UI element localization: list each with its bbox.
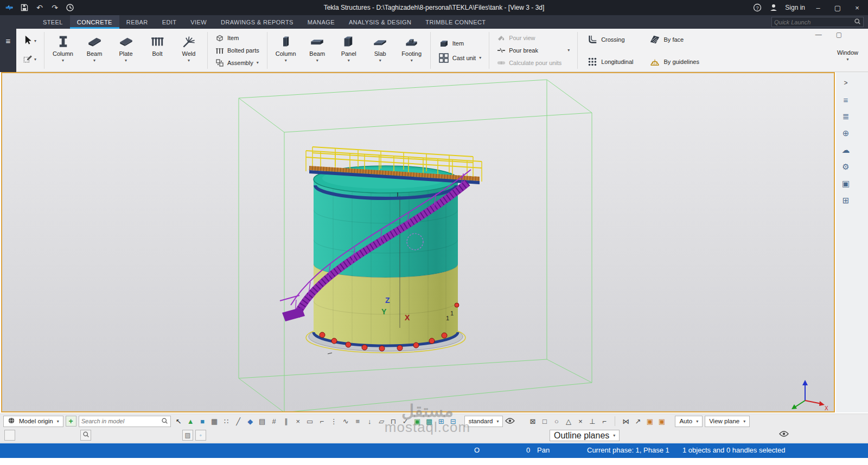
tab-manage[interactable]: MANAGE: [301, 15, 342, 29]
concrete-column-button[interactable]: Column ▾: [270, 29, 302, 72]
zoom-search-button[interactable]: [80, 430, 91, 441]
tab-analysis-design[interactable]: ANALYSIS & DESIGN: [342, 15, 418, 29]
snap-to-intersections-icon[interactable]: ×: [575, 416, 586, 427]
select-planes-icon[interactable]: ▱: [376, 416, 387, 427]
concrete-slab-button[interactable]: Slab ▾: [365, 29, 396, 72]
window-menu-button[interactable]: Window ▾: [837, 49, 858, 62]
select-pour-objects-icon[interactable]: ⊞: [436, 416, 447, 427]
snap-to-extensions-icon[interactable]: ⌐: [598, 416, 610, 427]
sign-in-link[interactable]: Sign in: [785, 4, 805, 11]
undo-icon[interactable]: ↶: [35, 3, 44, 12]
sketch-tool-button[interactable]: ▾: [22, 53, 36, 66]
minimize-button[interactable]: –: [812, 4, 825, 12]
tab-trimble-connect[interactable]: TRIMBLE CONNECT: [418, 15, 493, 29]
steel-column-button[interactable]: Column ▾: [47, 29, 79, 72]
select-welds-icon[interactable]: ∿: [340, 416, 352, 427]
learning-pane-icon[interactable]: ≣: [840, 111, 851, 122]
select-bolts-icon[interactable]: ⋮: [328, 416, 340, 427]
select-parts-toggle-icon[interactable]: ▲: [185, 416, 196, 427]
snap-to-midpoints-icon[interactable]: △: [563, 416, 574, 427]
steel-bolt-button[interactable]: Bolt: [142, 29, 173, 72]
properties-pane-icon[interactable]: ≡: [840, 94, 851, 105]
cast-unit-button[interactable]: Cast unit ▾: [438, 53, 481, 63]
model-search-input[interactable]: [81, 418, 161, 424]
select-loads-icon[interactable]: ↓: [364, 416, 375, 427]
tab-concrete[interactable]: CONCRETE: [70, 15, 119, 29]
rebar-by-face-button[interactable]: By face: [649, 29, 699, 50]
select-points-icon[interactable]: ∷: [221, 416, 232, 427]
select-objects-in-assemblies-icon[interactable]: ▩: [424, 416, 435, 427]
concrete-footing-button[interactable]: Footing ▾: [396, 29, 427, 72]
origin-selector[interactable]: Model origin ▾: [3, 416, 63, 427]
add-point-button[interactable]: +: [66, 416, 76, 427]
select-reinforcing-bars-icon[interactable]: ≡: [352, 416, 363, 427]
steel-weld-button[interactable]: Weld ▾: [173, 29, 205, 72]
visibility-eye-icon-2[interactable]: [779, 430, 789, 440]
snap-profile-selector[interactable]: standard ▾: [464, 416, 503, 427]
item-button[interactable]: Item: [215, 34, 259, 42]
tab-view[interactable]: VIEW: [183, 15, 214, 29]
mini-view-button[interactable]: [4, 430, 15, 441]
select-grids-icon[interactable]: #: [269, 416, 280, 427]
redo-icon[interactable]: ↷: [50, 3, 60, 12]
outline-planes-selector[interactable]: Outline planes ▾: [550, 430, 620, 441]
auto-selector[interactable]: Auto ▾: [675, 416, 703, 427]
rebar-by-guidelines-button[interactable]: By guidelines: [649, 51, 699, 72]
bolted-parts-button[interactable]: Bolted parts: [215, 46, 259, 55]
component-catalog-pane-icon[interactable]: ▣: [840, 178, 851, 189]
applications-pane-icon[interactable]: ⊞: [840, 195, 851, 206]
help-icon[interactable]: ?: [752, 3, 762, 12]
tab-edit[interactable]: EDIT: [155, 15, 184, 29]
snap-to-perpendicular-icon[interactable]: ⊥: [586, 416, 598, 427]
ribbon-minimize-icon[interactable]: —: [815, 31, 822, 38]
snap-to-reference-points-icon[interactable]: ⊠: [527, 416, 538, 427]
select-views-icon[interactable]: ▭: [304, 416, 316, 427]
history-icon[interactable]: [65, 3, 75, 12]
settings-pane-icon[interactable]: ⚙: [840, 162, 851, 172]
model-viewport[interactable]: Z Y X 1 1 X: [1, 72, 835, 412]
steel-beam-button[interactable]: Beam ▾: [79, 29, 110, 72]
view-plane-selector[interactable]: View plane ▾: [705, 416, 750, 427]
visibility-eye-icon[interactable]: [505, 417, 515, 425]
tab-rebar[interactable]: REBAR: [119, 15, 155, 29]
snap-priority-icon[interactable]: ⋈: [620, 416, 631, 427]
close-button[interactable]: ×: [851, 4, 864, 12]
select-grid-lines-icon[interactable]: ∥: [280, 416, 292, 427]
select-similar-objects-icon[interactable]: ✓: [400, 416, 411, 427]
select-cuts-icon[interactable]: ×: [292, 416, 304, 427]
hatch-toggle-button[interactable]: ▨: [182, 430, 193, 441]
rebar-longitudinal-button[interactable]: Longitudinal: [587, 51, 633, 72]
tekla-online-pane-icon[interactable]: ⊕: [840, 128, 851, 139]
file-menu-button[interactable]: ≡: [0, 29, 16, 72]
select-surfaces-icon[interactable]: ▤: [257, 416, 268, 427]
pour-view-button[interactable]: Pour view: [497, 34, 570, 42]
select-auxiliary-objects-icon[interactable]: ⊓: [388, 416, 399, 427]
maximize-button[interactable]: ▢: [831, 4, 844, 12]
select-pour-breaks-icon[interactable]: ⊟: [448, 416, 459, 427]
select-lines-icon[interactable]: ╱: [233, 416, 244, 427]
snap-direction-icon[interactable]: ↗: [632, 416, 643, 427]
calculate-pour-units-button[interactable]: Calculate pour units: [497, 59, 570, 67]
concrete-beam-button[interactable]: Beam ▾: [302, 29, 333, 72]
expand-side-pane-icon[interactable]: >: [840, 78, 851, 88]
ribbon-restore-icon[interactable]: ▢: [836, 31, 842, 38]
save-icon[interactable]: [20, 3, 29, 12]
rebar-crossing-button[interactable]: Crossing: [587, 29, 633, 50]
select-components-icon[interactable]: ◆: [245, 416, 256, 427]
concrete-panel-button[interactable]: Panel ▾: [333, 29, 365, 72]
snap-to-geometry-lines-icon[interactable]: □: [539, 416, 550, 427]
relative-coords-toggle-icon[interactable]: ▣: [656, 416, 667, 427]
tab-drawings-reports[interactable]: DRAWINGS & REPORTS: [214, 15, 301, 29]
select-assemblies-toggle-icon[interactable]: ■: [197, 416, 208, 427]
quick-launch-input[interactable]: [774, 19, 854, 25]
ortho-toggle-icon[interactable]: ▣: [644, 416, 655, 427]
warehouse-cloud-pane-icon[interactable]: ☁: [840, 145, 851, 156]
select-tool-button[interactable]: ▾: [22, 35, 36, 48]
node-snap-button[interactable]: ◦: [195, 430, 206, 441]
steel-plate-button[interactable]: Plate ▾: [110, 29, 142, 72]
select-fittings-icon[interactable]: ⌐: [316, 416, 328, 427]
select-objects-in-components-icon[interactable]: ▣: [412, 416, 423, 427]
snap-to-circles-icon[interactable]: ○: [551, 416, 562, 427]
tab-steel[interactable]: STEEL: [36, 15, 70, 29]
select-all-icon[interactable]: ▦: [209, 416, 220, 427]
